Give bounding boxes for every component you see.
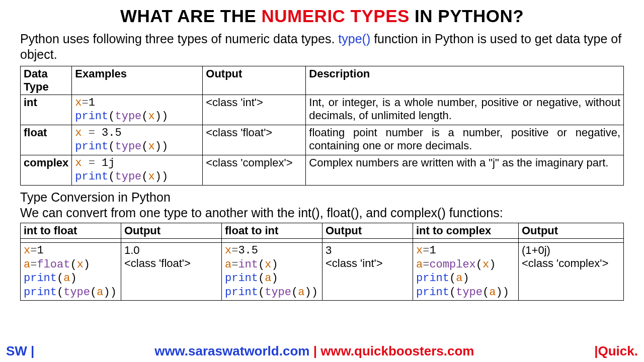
th-examples: Examples <box>72 66 203 95</box>
table-row: x=1 a=float(x) print(a) print(type(a)) 1… <box>21 243 624 301</box>
footer-left: SW | <box>6 343 34 359</box>
th-description: Description <box>306 66 624 95</box>
footer-url-2: www.quickboosters.com <box>320 343 474 358</box>
table-row: int x=1 print(type(x)) <class 'int'> Int… <box>21 95 624 125</box>
cell-output: 1.0 <class 'float'> <box>121 243 222 301</box>
page-title: WHAT ARE THE NUMERIC TYPES IN PYTHON? <box>20 6 624 26</box>
footer-right: |Quick. <box>594 343 638 359</box>
cell-type: float <box>21 125 72 155</box>
cell-example: x = 1j print(type(x)) <box>72 155 203 185</box>
type-conversion-section: Type Conversion in Python We can convert… <box>20 190 624 221</box>
title-prefix: WHAT ARE THE <box>120 6 262 26</box>
th-data-type: Data Type <box>21 66 72 95</box>
title-highlight: NUMERIC TYPES <box>262 6 410 26</box>
cell-description: Complex numbers are written with a "j" a… <box>306 155 624 185</box>
cell-output: <class 'int'> <box>203 95 306 125</box>
type-fn-highlight: type() <box>338 32 370 46</box>
cell-code: x=1 a=complex(x) print(a) print(type(a)) <box>413 243 519 301</box>
section-text: We can convert from one type to another … <box>20 205 624 221</box>
intro-before: Python uses following three types of num… <box>20 32 338 46</box>
section-heading: Type Conversion in Python <box>20 190 624 205</box>
intro-text: Python uses following three types of num… <box>20 31 624 63</box>
cell-output: 3 <class 'int'> <box>323 243 413 301</box>
th-output: Output <box>203 66 306 95</box>
type-conversion-table: int to float Output float to int Output … <box>20 223 624 301</box>
cell-description: Int, or integer, is a whole number, posi… <box>306 95 624 125</box>
title-suffix: IN PYTHON? <box>410 6 524 26</box>
footer-center: www.saraswatworld.com | www.quickbooster… <box>154 343 474 359</box>
th-output: Output <box>323 223 413 239</box>
cell-description: floating point number is a number, posit… <box>306 125 624 155</box>
th-output: Output <box>121 223 222 239</box>
numeric-types-table: Data Type Examples Output Description in… <box>20 66 624 186</box>
cell-output: <class 'float'> <box>203 125 306 155</box>
footer-separator: | <box>309 343 320 358</box>
cell-example: x=1 print(type(x)) <box>72 95 203 125</box>
cell-code: x=3.5 a=int(x) print(a) print(type(a)) <box>222 243 323 301</box>
table-row: complex x = 1j print(type(x)) <class 'co… <box>21 155 624 185</box>
th-float-to-int: float to int <box>222 223 323 239</box>
cell-output: (1+0j) <class 'complex'> <box>519 243 624 301</box>
footer: SW | www.saraswatworld.com | www.quickbo… <box>0 343 644 359</box>
table-row: float x = 3.5 print(type(x)) <class 'flo… <box>21 125 624 155</box>
footer-url-1: www.saraswatworld.com <box>154 343 309 358</box>
cell-output: <class 'complex'> <box>203 155 306 185</box>
th-output: Output <box>519 223 624 239</box>
th-int-to-complex: int to complex <box>413 223 519 239</box>
cell-example: x = 3.5 print(type(x)) <box>72 125 203 155</box>
cell-type: int <box>21 95 72 125</box>
th-int-to-float: int to float <box>21 223 121 239</box>
cell-code: x=1 a=float(x) print(a) print(type(a)) <box>21 243 121 301</box>
cell-type: complex <box>21 155 72 185</box>
